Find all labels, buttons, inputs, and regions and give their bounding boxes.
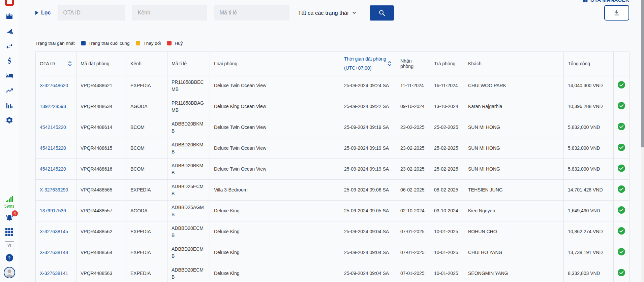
gear-icon <box>5 116 13 124</box>
sort-icon[interactable] <box>388 61 392 67</box>
legend-item-final: Trạng thái cuối cùng <box>81 41 130 46</box>
cell-check-in: 23-02-2025 <box>396 138 430 159</box>
cell-room-type: Deluxe King <box>210 221 340 242</box>
cell-room-type: Deluxe King Ocean View <box>210 96 340 117</box>
header-booking-code: Mã đặt phòng <box>76 52 126 75</box>
header-rate-code: Mã tỉ lệ <box>167 52 210 75</box>
table-row: X-327638148 VPQR4488564 EXPEDIA ADBBD20E… <box>36 242 630 263</box>
search-button[interactable] <box>370 5 394 21</box>
sidebar-item-settings[interactable] <box>5 116 14 125</box>
language-switcher[interactable]: VI <box>5 241 14 249</box>
cell-status <box>614 138 630 159</box>
user-avatar-button[interactable] <box>3 267 16 279</box>
sidebar-item-finance[interactable] <box>5 57 14 65</box>
cell-check-in: 09-10-2024 <box>396 96 430 117</box>
status-confirmed-check-icon <box>618 248 625 255</box>
sidebar-item-rooms[interactable] <box>5 71 14 80</box>
legend-change-square-icon <box>136 41 140 45</box>
status-legend: Trạng thái gần nhất Trạng thái cuối cùng… <box>35 41 629 46</box>
cell-check-out: 25-02-2025 <box>430 117 464 138</box>
cell-total: 5,832,000 VND <box>564 159 614 180</box>
cell-ota-id: X-327638148 <box>36 242 76 263</box>
ota-id-input[interactable] <box>58 5 125 21</box>
analytics-gear-icon <box>5 27 13 35</box>
cell-channel: EXPEDIA <box>126 242 167 263</box>
sidebar-item-reports[interactable] <box>5 101 14 110</box>
header-ota-id[interactable]: OTA ID <box>36 52 76 75</box>
sidebar-item-notifications[interactable]: 4 <box>5 214 14 222</box>
cell-total: 5,832,000 VND <box>564 138 614 159</box>
rate-code-value: PR11858BBAGMB <box>172 100 204 113</box>
filter-toggle-label: Lọc <box>41 10 51 16</box>
cell-check-in: 11-11-2024 <box>396 75 430 96</box>
cell-check-in: 06-02-2025 <box>396 180 430 201</box>
cell-total: 10,396,288 VND <box>564 96 614 117</box>
sidebar-item-logo[interactable] <box>5 0 14 6</box>
ota-id-link[interactable]: 1379917536 <box>40 208 66 213</box>
ota-id-link[interactable]: X-327638145 <box>40 229 68 234</box>
ota-id-link[interactable]: 4542145220 <box>40 145 66 151</box>
cell-status <box>614 117 630 138</box>
cell-booking-code: VPQR4488614 <box>76 117 126 138</box>
apps-grid-icon <box>5 228 13 236</box>
cell-status <box>614 263 630 282</box>
cell-guest: SEONGMIN YANG <box>464 263 564 282</box>
cell-channel: EXPEDIA <box>126 221 167 242</box>
cell-ota-id: X-327638141 <box>36 263 76 282</box>
cell-status <box>614 221 630 242</box>
download-icon <box>613 9 621 17</box>
chevron-down-icon <box>352 10 357 15</box>
rate-code-value: ADBBD20ECMB <box>172 246 204 259</box>
filter-toggle[interactable]: Lọc <box>35 10 51 16</box>
ota-id-link[interactable]: 4542145220 <box>40 166 66 172</box>
cell-guest: CHULWOO PARK <box>464 75 564 96</box>
cell-booked-time: 25-09-2024 09:05 SA <box>340 201 396 221</box>
sidebar-item-dashboard[interactable] <box>5 12 14 21</box>
sidebar-item-apps[interactable] <box>5 227 14 236</box>
header-total: Tổng cộng <box>564 52 614 75</box>
header-guest: Khách <box>464 52 564 75</box>
sidebar-item-analytics[interactable] <box>5 27 14 36</box>
rate-code-value: ADBBD20BKMB <box>172 120 204 134</box>
channel-input[interactable] <box>132 5 207 21</box>
status-select[interactable]: Tất cả các trạng thái <box>297 10 358 16</box>
vertical-scrollbar-thumb[interactable] <box>641 0 644 147</box>
rate-code-value: ADBBD20ECMB <box>172 225 204 239</box>
ota-id-link[interactable]: X-327638148 <box>40 250 68 255</box>
legend-title: Trạng thái gần nhất <box>35 41 75 46</box>
cell-room-type: Deluxe Twin Ocean View <box>210 75 340 96</box>
help-button[interactable]: ? <box>6 254 13 261</box>
cell-ota-id: 4542145220 <box>36 159 76 180</box>
table-row: X-327638141 VPQR4488563 EXPEDIA ADBBD20E… <box>36 263 630 282</box>
cell-total: 1,649,430 VND <box>564 201 614 221</box>
cell-booking-code: VPQR4488565 <box>76 180 126 201</box>
cell-rate-code: ADBBD20ECMB <box>167 263 210 282</box>
cell-booking-code: VPQR4488564 <box>76 242 126 263</box>
cell-room-type: Villa 3-Bedroom <box>210 180 340 201</box>
cell-room-type: Deluxe King <box>210 201 340 221</box>
ota-id-link[interactable]: 1392228593 <box>40 104 66 109</box>
cell-check-out: 25-02-2025 <box>430 138 464 159</box>
sort-icon[interactable] <box>68 61 72 67</box>
ota-id-link[interactable]: X-327639290 <box>40 187 68 192</box>
ota-id-link[interactable]: X-327648620 <box>40 83 68 88</box>
cell-booked-time: 25-09-2024 09:04 SA <box>340 242 396 263</box>
sidebar: 59ms 4 VI ? <box>0 0 19 282</box>
header-booked-time[interactable]: Thời gian đặt phòng (UTC+07:00) <box>340 52 396 75</box>
download-button[interactable] <box>604 5 629 21</box>
brand-icon <box>583 0 588 2</box>
table-body: X-327648620 VPQR4488621 EXPEDIA PR11858B… <box>36 75 630 282</box>
ota-id-link[interactable]: X-327638141 <box>40 271 68 276</box>
triangle-right-icon <box>35 11 38 15</box>
help-icon: ? <box>8 255 11 260</box>
cell-channel: BCOM <box>126 138 167 159</box>
status-confirmed-check-icon <box>618 269 625 276</box>
header-booked-time-line2: (UTC+07:00) <box>344 65 371 71</box>
sidebar-item-transfers[interactable] <box>5 42 14 50</box>
connection-status: 59ms <box>4 195 14 209</box>
sidebar-item-trends[interactable] <box>5 86 14 95</box>
legend-change-label: Thay đổi <box>143 41 161 46</box>
rate-code-input[interactable] <box>214 5 289 21</box>
ota-id-link[interactable]: 4542145220 <box>40 125 66 130</box>
cell-check-out: 08-02-2025 <box>430 180 464 201</box>
